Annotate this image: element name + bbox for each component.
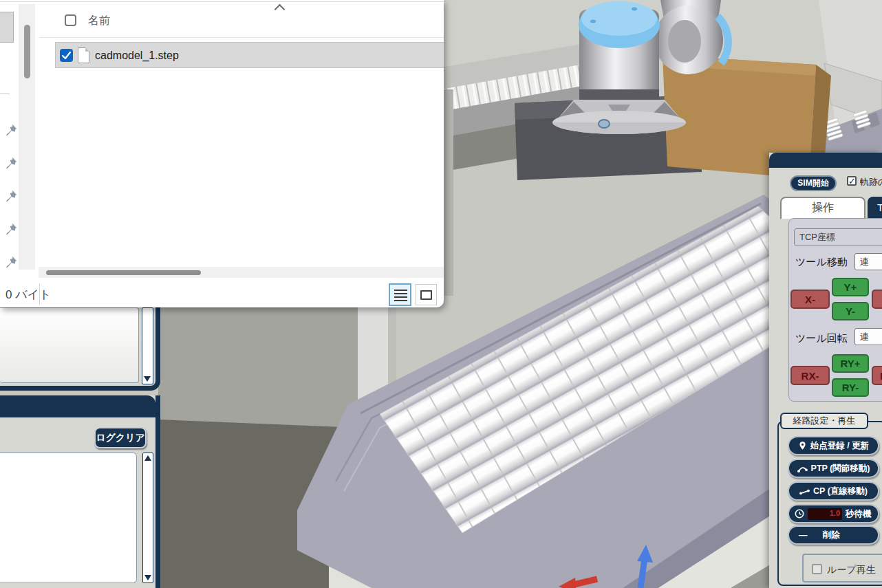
log-clear-button[interactable]: ログクリア (94, 427, 147, 448)
list-panel (0, 296, 160, 391)
loop-label: ループ再生 (827, 564, 876, 576)
file-row[interactable]: cadmodel_1.step (55, 42, 444, 68)
app-window: ログクリア 名前 cadmodel_1.step (0, 0, 882, 588)
file-size-status: 0 バイト (6, 287, 51, 303)
list-view-button[interactable] (389, 283, 411, 306)
scroll-up-icon[interactable] (144, 455, 151, 461)
log-output[interactable] (0, 453, 137, 583)
minus-icon: — (799, 530, 808, 540)
log-panel: ログクリア (0, 395, 160, 588)
list-panel-content (0, 307, 139, 383)
tool-move-continuous-button[interactable]: 連 (854, 253, 882, 270)
sim-control-panel: SIM開始 ✓ 軌跡の 操作 TC TCP座標 ツール移動 連 X- Y+ Y-… (769, 153, 882, 588)
pushpin-icon (3, 254, 19, 270)
name-column-header[interactable]: 名前 (88, 14, 110, 28)
jog-ry-plus-button[interactable]: RY+ (832, 354, 869, 373)
file-open-dialog: 名前 cadmodel_1.step 0 バイト (0, 0, 444, 307)
jog-x-plus-button[interactable]: X+ (872, 290, 882, 309)
loop-playback-group: ループ再生 (802, 554, 882, 582)
cp-move-label: CP (直線移動) (813, 486, 868, 497)
location-pin-icon (798, 441, 807, 450)
sim-start-button[interactable]: SIM開始 (790, 175, 837, 191)
dialog-divider (0, 1, 444, 2)
pushpin-icon (3, 155, 19, 171)
wait-seconds-field[interactable]: 1.0 (808, 508, 842, 520)
file-checkbox-checked[interactable] (60, 49, 73, 62)
wait-seconds-label: 秒待機 (846, 508, 872, 520)
log-panel-titlebar (0, 395, 155, 417)
select-all-checkbox[interactable] (65, 14, 76, 26)
pushpin-icon (3, 221, 19, 237)
jog-x-minus-button[interactable]: X- (790, 290, 830, 309)
list-view-icon (394, 290, 407, 291)
pushpin-icon (3, 122, 19, 138)
chevron-up-icon[interactable] (275, 4, 286, 15)
register-start-point-button[interactable]: 始点登録 / 更新 (788, 436, 879, 455)
scroll-down-icon[interactable] (144, 376, 151, 382)
arc-path-icon (797, 464, 808, 473)
ptp-move-button[interactable]: PTP (関節移動) (788, 459, 879, 478)
delete-label: 削除 (823, 530, 840, 541)
ptp-move-label: PTP (関節移動) (811, 463, 870, 475)
path-settings-legend: 経路設定・再生 (780, 413, 868, 429)
tab-tcp[interactable]: TC (868, 197, 882, 219)
loop-checkbox[interactable] (812, 564, 822, 574)
sim-panel-titlebar (769, 153, 882, 168)
scroll-down-icon[interactable] (144, 575, 151, 580)
header-divider (39, 37, 444, 38)
tool-rotate-continuous-button[interactable]: 連 (854, 328, 882, 345)
thumbnail-view-button[interactable] (416, 284, 437, 305)
jog-rx-plus-button[interactable]: RX+ (872, 366, 882, 385)
jog-ry-minus-button[interactable]: RY- (832, 378, 869, 397)
jog-y-minus-button[interactable]: Y- (832, 302, 869, 320)
horizontal-scrollbar-thumb[interactable] (46, 270, 201, 275)
status-divider (39, 283, 40, 305)
file-icon-fold (85, 47, 89, 52)
file-name[interactable]: cadmodel_1.step (95, 43, 179, 69)
list-panel-scrollbar[interactable] (142, 307, 153, 384)
register-start-point-label: 始点登録 / 更新 (810, 440, 869, 452)
delete-button[interactable]: — 削除 (788, 525, 879, 545)
clock-icon (795, 509, 804, 519)
scene-midwall (158, 303, 358, 440)
tool-move-label: ツール移動 (795, 256, 848, 269)
tcp-coord-group: TCP座標 (794, 228, 882, 246)
jog-rx-minus-button[interactable]: RX- (790, 366, 830, 385)
horizontal-scrollbar-track[interactable] (39, 267, 444, 278)
file-icon (78, 47, 89, 63)
cp-move-button[interactable]: CP (直線移動) (788, 481, 879, 501)
trajectory-checkbox-checked[interactable]: ✓ (847, 176, 857, 186)
thumbnail-view-icon (420, 290, 432, 300)
jog-y-plus-button[interactable]: Y+ (832, 278, 869, 296)
pushpin-icon (3, 188, 19, 204)
nav-divider (0, 94, 10, 94)
trajectory-label: 軌跡の (860, 176, 882, 188)
nav-scrollbar-thumb[interactable] (24, 25, 30, 78)
nav-scrollbar-track[interactable] (19, 4, 35, 270)
tab-operation[interactable]: 操作 (780, 197, 865, 219)
tool-rotate-label: ツール回転 (795, 332, 848, 345)
log-scrollbar[interactable] (142, 453, 153, 583)
line-path-icon (799, 487, 810, 496)
nav-pane-item[interactable] (0, 12, 14, 43)
wait-seconds-button[interactable]: 1.0 秒待機 (788, 504, 879, 523)
